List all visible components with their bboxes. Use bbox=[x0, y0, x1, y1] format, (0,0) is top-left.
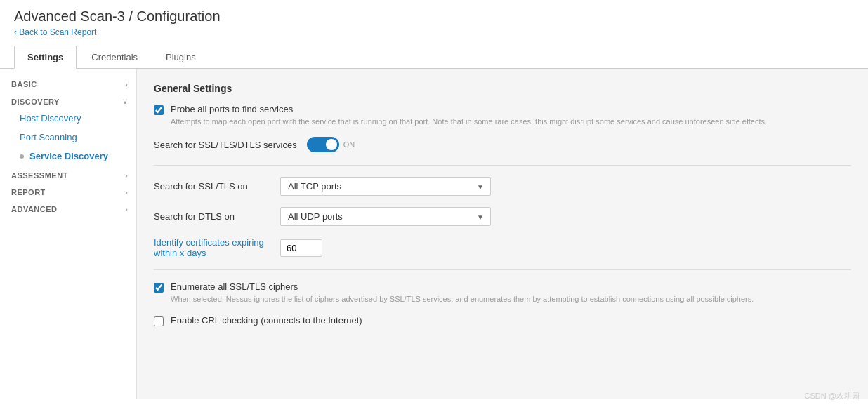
page-title: Advanced Scan-3 / Configuration bbox=[14, 8, 854, 25]
enumerate-checkbox[interactable] bbox=[154, 283, 164, 293]
identify-input[interactable] bbox=[280, 239, 322, 257]
report-arrow: › bbox=[125, 188, 128, 196]
crl-row: Enable CRL checking (connects to the Int… bbox=[154, 315, 851, 328]
ssl-search-label: Search for SSL/TLS on bbox=[154, 181, 280, 192]
ssl-search-row: Search for SSL/TLS on All TCP ports Know… bbox=[154, 177, 851, 196]
tab-credentials[interactable]: Credentials bbox=[78, 46, 151, 68]
sidebar-item-service-discovery[interactable]: Service Discovery bbox=[0, 147, 136, 166]
sidebar: BASIC › DISCOVERY ∨ Host Discovery Port … bbox=[0, 69, 137, 399]
section-title: General Settings bbox=[154, 83, 851, 94]
ssl-toggle-text: ON bbox=[343, 140, 355, 149]
dtls-search-select-wrap: All UDP ports Known DTLS ports Custom po… bbox=[280, 207, 491, 226]
ssl-toggle-row: Search for SSL/TLS/DTLS services ON bbox=[154, 137, 851, 152]
content-area: General Settings Probe all ports to find… bbox=[137, 69, 868, 399]
report-label: REPORT bbox=[11, 188, 46, 196]
basic-arrow: › bbox=[125, 80, 128, 88]
discovery-label: DISCOVERY bbox=[11, 98, 60, 106]
tab-settings[interactable]: Settings bbox=[14, 46, 77, 69]
probe-hint: Attempts to map each open port with the … bbox=[171, 116, 767, 127]
crl-label: Enable CRL checking (connects to the Int… bbox=[171, 315, 362, 326]
advanced-arrow: › bbox=[125, 205, 128, 213]
ssl-search-select[interactable]: All TCP ports Known SSL ports Custom por… bbox=[280, 177, 491, 196]
probe-checkbox[interactable] bbox=[154, 105, 164, 115]
identify-row: Identify certificates expiring within x … bbox=[154, 237, 851, 258]
advanced-label: ADVANCED bbox=[11, 205, 58, 213]
enumerate-hint: When selected, Nessus ignores the list o… bbox=[171, 294, 754, 305]
sidebar-section-assessment[interactable]: ASSESSMENT › bbox=[0, 166, 136, 182]
ssl-toggle[interactable] bbox=[307, 137, 339, 152]
service-discovery-dot bbox=[20, 154, 24, 159]
tab-plugins[interactable]: Plugins bbox=[152, 46, 209, 68]
enumerate-label: Enumerate all SSL/TLS ciphers bbox=[171, 281, 754, 292]
sidebar-item-port-scanning[interactable]: Port Scanning bbox=[0, 128, 136, 147]
service-discovery-label: Service Discovery bbox=[29, 151, 108, 161]
dtls-search-label: Search for DTLS on bbox=[154, 211, 280, 222]
crl-checkbox[interactable] bbox=[154, 316, 164, 326]
divider-2 bbox=[154, 269, 851, 270]
enumerate-row: Enumerate all SSL/TLS ciphers When selec… bbox=[154, 281, 851, 305]
sidebar-section-report[interactable]: REPORT › bbox=[0, 182, 136, 199]
host-discovery-label: Host Discovery bbox=[20, 113, 81, 124]
discovery-arrow: ∨ bbox=[122, 97, 128, 106]
probe-label: Probe all ports to find services bbox=[171, 104, 767, 114]
dtls-search-row: Search for DTLS on All UDP ports Known D… bbox=[154, 207, 851, 226]
slider bbox=[307, 137, 339, 152]
identify-label: Identify certificates expiring within x … bbox=[154, 237, 280, 258]
probe-row: Probe all ports to find services Attempt… bbox=[154, 104, 851, 127]
ssl-toggle-label: Search for SSL/TLS/DTLS services bbox=[154, 140, 297, 150]
back-to-scan-link[interactable]: ‹ Back to Scan Report bbox=[14, 27, 96, 37]
dtls-search-select[interactable]: All UDP ports Known DTLS ports Custom po… bbox=[280, 207, 491, 226]
sidebar-section-basic[interactable]: BASIC › bbox=[0, 74, 136, 91]
basic-label: BASIC bbox=[11, 80, 37, 88]
assessment-label: ASSESSMENT bbox=[11, 171, 68, 180]
ssl-search-select-wrap: All TCP ports Known SSL ports Custom por… bbox=[280, 177, 491, 196]
sidebar-item-host-discovery[interactable]: Host Discovery bbox=[0, 109, 136, 128]
watermark: CSDN @农耕园 bbox=[805, 391, 860, 399]
divider-1 bbox=[154, 165, 851, 166]
port-scanning-label: Port Scanning bbox=[20, 132, 77, 142]
assessment-arrow: › bbox=[125, 171, 128, 180]
sidebar-section-advanced[interactable]: ADVANCED › bbox=[0, 199, 136, 216]
sidebar-section-discovery[interactable]: DISCOVERY ∨ bbox=[0, 91, 136, 109]
tabs-bar: Settings Credentials Plugins bbox=[0, 46, 868, 69]
